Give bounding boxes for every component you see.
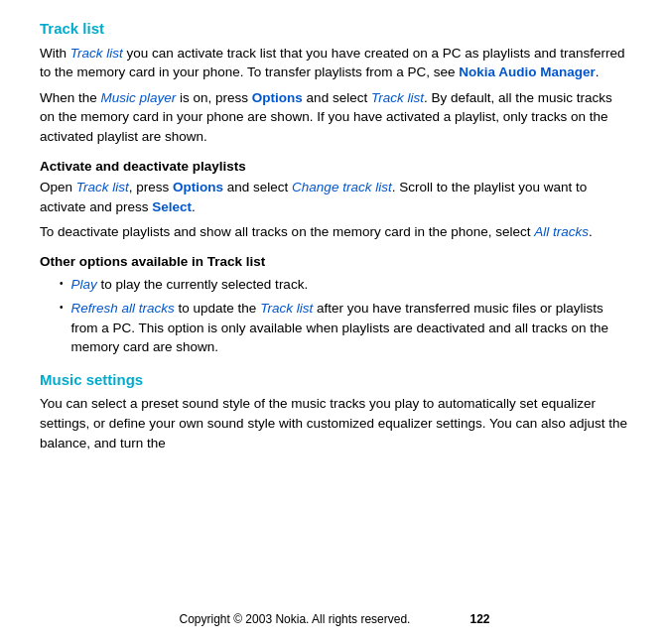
change-track-list-link[interactable]: Change track list: [292, 180, 392, 194]
track-list-link-2[interactable]: Track list: [371, 90, 424, 105]
music-settings-heading: Music settings: [40, 369, 629, 391]
bullet-text-play: Play to play the currently selected trac…: [71, 275, 629, 295]
deactivate-para: To deactivate playlists and show all tra…: [40, 222, 629, 242]
music-player-link-1[interactable]: Music player: [101, 90, 177, 105]
options-label-2: Options: [173, 180, 223, 194]
options-label-1: Options: [252, 90, 303, 105]
activate-playlists-heading: Activate and deactivate playlists: [40, 157, 629, 177]
track-list-heading: Track list: [40, 18, 629, 40]
page-content: Track list With Track list you can activ…: [0, 0, 669, 601]
copyright-text: Copyright © 2003 Nokia. All rights reser…: [180, 611, 411, 628]
bullet-list: • Play to play the currently selected tr…: [60, 275, 629, 356]
music-settings-section: Music settings You can select a preset s…: [40, 369, 629, 452]
track-list-para1: With Track list you can activate track l…: [40, 44, 629, 82]
select-label: Select: [152, 199, 192, 214]
footer-inner: Copyright © 2003 Nokia. All rights reser…: [40, 611, 629, 628]
all-tracks-link[interactable]: All tracks: [534, 224, 589, 239]
other-options-heading: Other options available in Track list: [40, 252, 629, 272]
page-footer: Copyright © 2003 Nokia. All rights reser…: [0, 601, 669, 644]
track-list-para2: When the Music player is on, press Optio…: [40, 88, 629, 147]
bullet-item-refresh: • Refresh all tracks to update the Track…: [60, 299, 629, 357]
activate-para: Open Track list, press Options and selec…: [40, 178, 629, 216]
play-link[interactable]: Play: [71, 277, 97, 292]
page-number: 122: [469, 611, 489, 628]
refresh-all-tracks-link[interactable]: Refresh all tracks: [71, 301, 175, 316]
bullet-text-refresh: Refresh all tracks to update the Track l…: [71, 299, 629, 357]
music-settings-para1: You can select a preset sound style of t…: [40, 394, 629, 452]
bullet-dot-1: •: [60, 277, 64, 292]
track-list-link-3[interactable]: Track list: [76, 180, 129, 194]
bullet-item-play: • Play to play the currently selected tr…: [60, 275, 629, 295]
track-list-link-1[interactable]: Track list: [70, 46, 123, 61]
track-list-link-4[interactable]: Track list: [260, 301, 313, 316]
bullet-dot-2: •: [60, 301, 64, 316]
nokia-audio-manager-link[interactable]: Nokia Audio Manager: [459, 64, 596, 79]
